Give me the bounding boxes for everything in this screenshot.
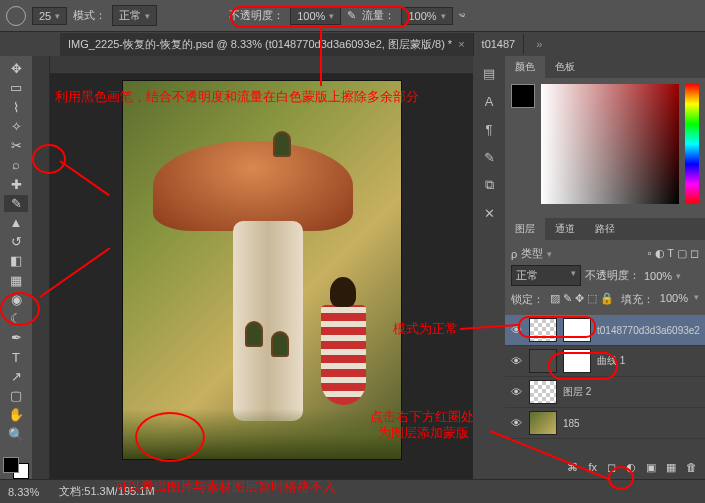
- mask-thumb[interactable]: [563, 349, 591, 373]
- flow-label: 流量：: [362, 8, 395, 23]
- layer-thumb[interactable]: [529, 318, 557, 342]
- close-icon[interactable]: ×: [458, 38, 464, 50]
- blur-tool-icon[interactable]: ◉: [4, 291, 28, 308]
- paragraph-icon[interactable]: ¶: [480, 120, 498, 138]
- path-tool-icon[interactable]: ↗: [4, 368, 28, 385]
- brush-size-dd[interactable]: 25▾: [32, 7, 67, 25]
- tab-overflow-icon[interactable]: »: [536, 38, 542, 50]
- collapsed-panels: ▤ A ¶ ✎ ⧉ ✕: [473, 56, 505, 479]
- wand-tool-icon[interactable]: ✧: [4, 118, 28, 135]
- brush-tool-icon[interactable]: ✎: [4, 195, 28, 212]
- crop-tool-icon[interactable]: ✂: [4, 137, 28, 154]
- tab-inactive[interactable]: t01487: [474, 34, 525, 54]
- current-color[interactable]: [511, 84, 535, 108]
- dodge-tool-icon[interactable]: ☾: [4, 310, 28, 327]
- new-layer-icon[interactable]: ▦: [666, 461, 676, 474]
- opacity-label: 不透明度：: [229, 8, 284, 23]
- tab-swatches[interactable]: 色板: [545, 56, 585, 78]
- adj-thumb[interactable]: [529, 349, 557, 373]
- airbrush-icon[interactable]: ༄: [459, 10, 465, 22]
- eyedropper-tool-icon[interactable]: ⌕: [4, 156, 28, 173]
- group-icon[interactable]: ▣: [646, 461, 656, 474]
- add-mask-icon[interactable]: ◻: [607, 461, 616, 474]
- lasso-tool-icon[interactable]: ⌇: [4, 98, 28, 115]
- layer-thumb[interactable]: [529, 380, 557, 404]
- tab-paths[interactable]: 路径: [585, 218, 625, 240]
- heal-tool-icon[interactable]: ✚: [4, 175, 28, 192]
- options-bar: 25▾ 模式： 正常▾ 不透明度： 100%▾ ✎ 流量： 100%▾ ༄: [0, 0, 705, 32]
- brush-panel-icon[interactable]: ✎: [480, 148, 498, 166]
- history-brush-icon[interactable]: ↺: [4, 233, 28, 250]
- tab-channels[interactable]: 通道: [545, 218, 585, 240]
- layer-options: ρ类型▾ ▫ ◐ T ▢ ◻ 正常▾ 不透明度：100%▾ 锁定：▨ ✎ ✥ ⬚…: [505, 240, 705, 315]
- swap-icon[interactable]: ✕: [480, 204, 498, 222]
- history-icon[interactable]: ▤: [480, 64, 498, 82]
- delete-icon[interactable]: 🗑: [686, 461, 697, 473]
- color-panel: [505, 78, 705, 218]
- gradient-tool-icon[interactable]: ▦: [4, 272, 28, 289]
- blend-mode-dd[interactable]: 正常▾: [112, 5, 157, 26]
- zoom-value[interactable]: 8.33%: [8, 486, 39, 498]
- fg-color-swatch[interactable]: [3, 457, 19, 473]
- visibility-icon[interactable]: 👁: [509, 355, 523, 367]
- type-tool-icon[interactable]: T: [4, 349, 28, 366]
- hue-slider[interactable]: [685, 84, 699, 204]
- pressure-icon[interactable]: ✎: [347, 9, 356, 22]
- visibility-icon[interactable]: 👁: [509, 386, 523, 398]
- stamp-tool-icon[interactable]: ▲: [4, 214, 28, 231]
- canvas-area: [50, 56, 473, 479]
- eraser-tool-icon[interactable]: ◧: [4, 252, 28, 269]
- status-bar: 8.33% 文档:51.3M/195.1M: [0, 479, 705, 503]
- document-canvas[interactable]: [122, 80, 402, 460]
- layer-blend-dd[interactable]: 正常▾: [511, 265, 581, 286]
- pen-tool-icon[interactable]: ✒: [4, 329, 28, 346]
- tab-layers[interactable]: 图层: [505, 218, 545, 240]
- shape-tool-icon[interactable]: ▢: [4, 387, 28, 404]
- adjustment-icon[interactable]: ◐: [626, 461, 636, 474]
- zoom-tool-icon[interactable]: 🔍: [4, 425, 28, 442]
- opacity-dd[interactable]: 100%▾: [290, 7, 341, 25]
- layer-thumb[interactable]: [529, 411, 557, 435]
- flow-dd[interactable]: 100%▾: [401, 7, 452, 25]
- move-tool-icon[interactable]: ✥: [4, 60, 28, 77]
- ruler-horizontal: [50, 56, 473, 74]
- layer-row[interactable]: 👁 t0148770d3d3a6093e2: [505, 315, 705, 346]
- color-field[interactable]: [541, 84, 679, 204]
- toolbox: ✥ ▭ ⌇ ✧ ✂ ⌕ ✚ ✎ ▲ ↺ ◧ ▦ ◉ ☾ ✒ T ↗ ▢ ✋ 🔍: [0, 56, 32, 479]
- mask-thumb[interactable]: [563, 318, 591, 342]
- layer-row[interactable]: 👁 185: [505, 408, 705, 439]
- layer-row[interactable]: 👁 曲线 1: [505, 346, 705, 377]
- layer-row[interactable]: 👁 图层 2: [505, 377, 705, 408]
- document-tabs: IMG_2225-恢复的-恢复的.psd @ 8.33% (t0148770d3…: [0, 32, 705, 56]
- clone-icon[interactable]: ⧉: [480, 176, 498, 194]
- marquee-tool-icon[interactable]: ▭: [4, 79, 28, 96]
- docsize: 文档:51.3M/195.1M: [59, 484, 154, 499]
- tab-active[interactable]: IMG_2225-恢复的-恢复的.psd @ 8.33% (t0148770d3…: [60, 33, 474, 56]
- mode-label: 模式：: [73, 8, 106, 23]
- ruler-vertical: [32, 56, 50, 479]
- color-swatches[interactable]: [3, 457, 29, 479]
- right-panels: 颜色 色板 图层 通道 路径 ρ类型▾ ▫ ◐ T ▢ ◻ 正常▾ 不透明度：1…: [505, 56, 705, 479]
- visibility-icon[interactable]: 👁: [509, 417, 523, 429]
- character-icon[interactable]: A: [480, 92, 498, 110]
- hand-tool-icon[interactable]: ✋: [4, 406, 28, 423]
- tab-color[interactable]: 颜色: [505, 56, 545, 78]
- brush-preview[interactable]: [6, 6, 26, 26]
- layer-list: 👁 t0148770d3d3a6093e2 👁 曲线 1 👁 图层 2 👁 18…: [505, 315, 705, 455]
